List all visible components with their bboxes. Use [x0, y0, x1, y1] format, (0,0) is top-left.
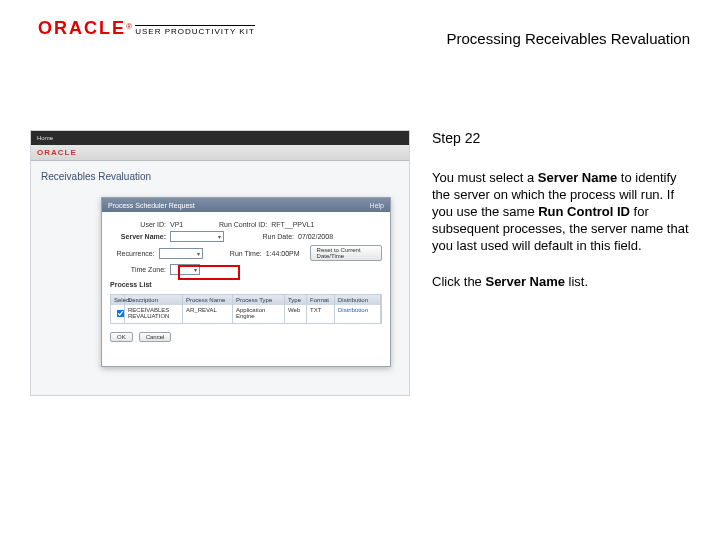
user-id-value: VP1	[170, 221, 183, 228]
logo-reg: ®	[126, 22, 132, 31]
document-title: Processing Receivables Revaluation	[447, 30, 690, 47]
col-select: Select	[111, 295, 125, 305]
server-name-label: Server Name:	[110, 233, 166, 240]
instruction-body: You must select a Server Name to identif…	[432, 170, 692, 254]
modal-title: Process Scheduler Request	[108, 202, 195, 209]
callout-highlight	[178, 265, 240, 280]
col-description: Description	[125, 295, 183, 305]
process-list-heading: Process List	[110, 281, 382, 288]
process-list-grid: Select Description Process Name Process …	[110, 294, 382, 324]
app-brand: ORACLE	[37, 148, 77, 157]
col-distribution: Distribution	[335, 295, 381, 305]
modal-titlebar: Process Scheduler Request Help	[102, 198, 390, 212]
row-type: Web	[285, 305, 307, 323]
col-type: Type	[285, 295, 307, 305]
app-topbar: Home	[31, 131, 409, 145]
row-distribution-link[interactable]: Distribution	[335, 305, 381, 323]
recurrence-label: Recurrence:	[110, 250, 155, 257]
process-scheduler-modal: Process Scheduler Request Help User ID: …	[101, 197, 391, 367]
ok-button[interactable]: OK	[110, 332, 133, 342]
grid-row: RECEIVABLES REVALUATION AR_REVAL Applica…	[111, 305, 381, 323]
reset-time-button[interactable]: Reset to Current Date/Time	[310, 245, 382, 261]
runctl-label: Run Control ID:	[211, 221, 267, 228]
runctl-value: RFT__PPVL1	[271, 221, 314, 228]
nav-home: Home	[37, 135, 53, 141]
modal-help-link[interactable]: Help	[370, 202, 384, 209]
runtime-value: 1:44:00PM	[266, 250, 300, 257]
row-description: RECEIVABLES REVALUATION	[125, 305, 183, 323]
row-process-type: Application Engine	[233, 305, 285, 323]
logo-subline: USER PRODUCTIVITY KIT	[135, 25, 255, 36]
col-process-name: Process Name	[183, 295, 233, 305]
page-header: ORACLE® USER PRODUCTIVITY KIT Processing…	[0, 18, 720, 62]
col-format: Format	[307, 295, 335, 305]
app-page-title: Receivables Revaluation	[41, 171, 399, 182]
grid-header: Select Description Process Name Process …	[111, 295, 381, 305]
instruction-panel: Step 22 You must select a Server Name to…	[432, 130, 692, 311]
rundate-value: 07/02/2008	[298, 233, 333, 240]
embedded-screenshot: Home ORACLE Receivables Revaluation Proc…	[30, 130, 410, 396]
row-format: TXT	[307, 305, 335, 323]
recurrence-select[interactable]: ▾	[159, 248, 203, 259]
cancel-button[interactable]: Cancel	[139, 332, 172, 342]
row-process-name: AR_REVAL	[183, 305, 233, 323]
logo-text: ORACLE	[38, 18, 126, 38]
runtime-label: Run Time:	[217, 250, 262, 257]
server-name-select[interactable]: ▾	[170, 231, 224, 242]
col-process-type: Process Type	[233, 295, 285, 305]
timezone-label: Time Zone:	[110, 266, 166, 273]
oracle-logo: ORACLE® USER PRODUCTIVITY KIT	[38, 18, 255, 39]
rundate-label: Run Date:	[238, 233, 294, 240]
chevron-down-icon: ▾	[197, 250, 200, 257]
chevron-down-icon: ▾	[218, 233, 221, 240]
instruction-action: Click the Server Name list.	[432, 274, 692, 291]
step-label: Step 22	[432, 130, 692, 146]
app-brandbar: ORACLE	[31, 145, 409, 161]
row-select-checkbox[interactable]	[117, 310, 125, 318]
user-id-label: User ID:	[110, 221, 166, 228]
